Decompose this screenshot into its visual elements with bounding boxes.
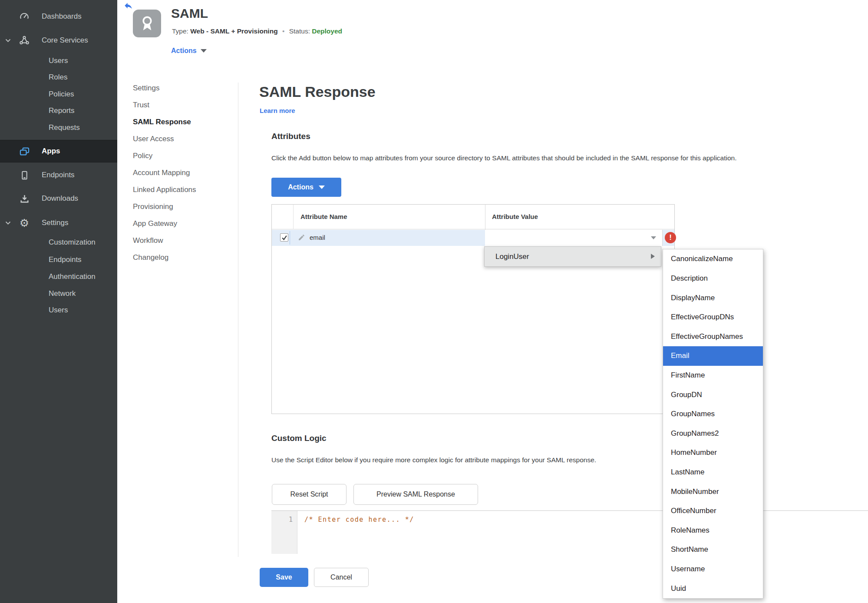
sidebar-item-network[interactable]: Network (0, 285, 117, 302)
chevron-down-icon (5, 37, 12, 44)
download-icon (18, 192, 30, 205)
subnav-item-workflow[interactable]: Workflow (133, 236, 163, 247)
menu-option-firstname[interactable]: FirstName (663, 366, 763, 385)
menu-option-username[interactable]: Username (663, 560, 763, 579)
subnav-item-linked-applications[interactable]: Linked Applications (133, 186, 196, 196)
attribute-options-menu: CanonicalizeName Description DisplayName… (663, 249, 763, 599)
sidebar-item-label: Dashboards (42, 12, 82, 21)
back-icon[interactable] (123, 1, 134, 10)
dropdown-caret-icon (651, 236, 656, 239)
menu-option-rolenames[interactable]: RoleNames (663, 521, 763, 540)
header-actions-dropdown[interactable]: Actions (171, 47, 207, 55)
menu-item-loginuser[interactable]: LoginUser (484, 246, 661, 267)
menu-option-effectivegroupnames[interactable]: EffectiveGroupNames (663, 327, 763, 346)
attribute-value-select[interactable] (485, 230, 663, 246)
menu-option-groupnames2[interactable]: GroupNames2 (663, 424, 763, 443)
sidebar-item-settings-users[interactable]: Users (0, 302, 117, 319)
chevron-down-icon (5, 219, 12, 226)
menu-option-email[interactable]: Email (663, 346, 763, 366)
sidebar-item-label: Core Services (42, 36, 88, 45)
reset-script-button[interactable]: Reset Script (272, 484, 347, 505)
line-number: 1 (289, 516, 293, 523)
sidebar-item-policies[interactable]: Policies (0, 86, 117, 103)
app-meta: Type: Web - SAML + Provisioning • Status… (172, 27, 342, 35)
apps-icon (18, 145, 30, 157)
error-icon: ! (665, 232, 676, 243)
menu-option-uuid[interactable]: Uuid (663, 579, 763, 598)
gear-icon: ⚙ (18, 217, 30, 229)
column-header-attribute-name: Attribute Name (300, 213, 347, 220)
subnav-item-app-gateway[interactable]: App Gateway (133, 219, 177, 230)
sidebar-item-core-services[interactable]: Core Services (0, 32, 117, 49)
editor-gutter: 1 (271, 511, 297, 554)
edit-cursor (290, 231, 290, 245)
submenu-arrow-icon (651, 254, 655, 259)
status-badge: Deployed (312, 27, 342, 35)
app-title: SAML (171, 6, 208, 21)
script-editor[interactable]: 1 /* Enter code here... */ (271, 510, 868, 554)
preview-saml-response-button[interactable]: Preview SAML Response (353, 484, 478, 505)
divider (293, 205, 294, 229)
sidebar-item-label: Endpoints (42, 171, 75, 179)
save-button[interactable]: Save (260, 568, 308, 587)
sidebar-item-reports[interactable]: Reports (0, 102, 117, 119)
attributes-description: Click the Add button below to map attrib… (271, 154, 737, 162)
divider (238, 83, 238, 557)
subnav-item-account-mapping[interactable]: Account Mapping (133, 169, 190, 179)
menu-option-groupdn[interactable]: GroupDN (663, 385, 763, 404)
table-header: Attribute Name Attribute Value (272, 205, 674, 229)
sidebar-item-label: Settings (42, 219, 68, 227)
app-icon (133, 10, 161, 37)
attributes-actions-button[interactable]: Actions (271, 178, 341, 197)
menu-option-effectivegroupdns[interactable]: EffectiveGroupDNs (663, 308, 763, 327)
sidebar-item-apps[interactable]: Apps (0, 140, 117, 162)
menu-option-canonicalizename[interactable]: CanonicalizeName (663, 249, 763, 269)
sidebar-item-downloads[interactable]: Downloads (0, 190, 117, 207)
sidebar-item-settings[interactable]: ⚙ Settings (0, 214, 117, 232)
status-label: Status: (289, 27, 310, 35)
sidebar-item-settings-endpoints[interactable]: Endpoints (0, 251, 117, 268)
subnav-item-policy[interactable]: Policy (133, 152, 152, 162)
sidebar-item-users[interactable]: Users (0, 52, 117, 70)
custom-logic-description: Use the Script Editor below if you requi… (271, 456, 596, 464)
subnav-item-saml-response[interactable]: SAML Response (133, 118, 191, 128)
subnav-item-changelog[interactable]: Changelog (133, 253, 168, 264)
sidebar: Dashboards Core Services Users Roles Pol… (0, 0, 117, 603)
table-row[interactable]: email ! (272, 230, 674, 246)
menu-option-description[interactable]: Description (663, 269, 763, 288)
app-root: Dashboards Core Services Users Roles Pol… (0, 0, 868, 603)
sidebar-item-requests[interactable]: Requests (0, 119, 117, 136)
sidebar-item-label: Downloads (42, 194, 78, 203)
menu-option-groupnames[interactable]: GroupNames (663, 404, 763, 424)
sidebar-item-label: Apps (42, 147, 60, 156)
dashboard-gauge-icon (18, 10, 30, 23)
subnav-item-settings[interactable]: Settings (133, 84, 159, 94)
edit-pencil-icon (298, 234, 306, 242)
column-header-attribute-value: Attribute Value (492, 213, 538, 220)
custom-logic-heading: Custom Logic (271, 434, 327, 443)
subnav-item-trust[interactable]: Trust (133, 101, 149, 111)
menu-option-homenumber[interactable]: HomeNumber (663, 443, 763, 463)
chevron-down-icon (201, 49, 207, 53)
smartphone-icon (18, 169, 30, 181)
subnav-item-user-access[interactable]: User Access (133, 135, 174, 145)
type-value: Web - SAML + Provisioning (190, 27, 277, 35)
editor-code[interactable]: /* Enter code here... */ (304, 516, 414, 523)
attributes-heading: Attributes (271, 132, 310, 141)
learn-more-link[interactable]: Learn more (260, 107, 295, 114)
cancel-button[interactable]: Cancel (314, 568, 369, 587)
row-checkbox[interactable] (280, 233, 288, 242)
menu-option-displayname[interactable]: DisplayName (663, 288, 763, 308)
subnav-item-provisioning[interactable]: Provisioning (133, 202, 173, 213)
sidebar-item-roles[interactable]: Roles (0, 69, 117, 86)
menu-option-mobilenumber[interactable]: MobileNumber (663, 482, 763, 501)
attributes-table: Attribute Name Attribute Value email ! (271, 204, 675, 414)
sidebar-item-dashboards[interactable]: Dashboards (0, 8, 117, 25)
meta-separator: • (282, 27, 284, 35)
sidebar-item-endpoints[interactable]: Endpoints (0, 166, 117, 184)
sidebar-item-customization[interactable]: Customization (0, 234, 117, 251)
menu-option-shortname[interactable]: ShortName (663, 540, 763, 560)
sidebar-item-authentication[interactable]: Authentication (0, 268, 117, 285)
menu-option-officenumber[interactable]: OfficeNumber (663, 501, 763, 521)
menu-option-lastname[interactable]: LastName (663, 463, 763, 482)
